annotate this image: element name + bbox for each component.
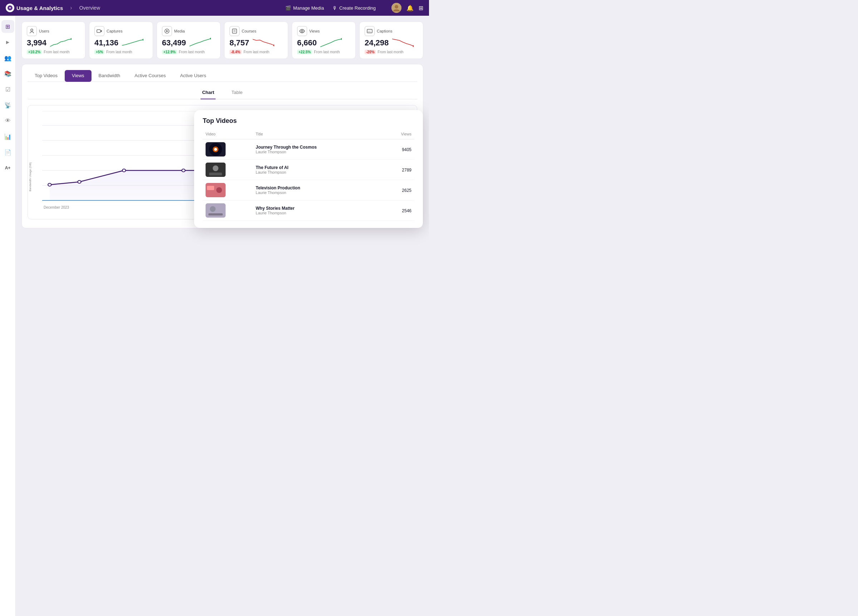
courses-sparkline (253, 37, 274, 48)
video-thumb-2 (205, 163, 225, 177)
captions-from: From last month (378, 50, 403, 54)
tab-top-videos[interactable]: Top Videos (28, 70, 65, 82)
notifications-icon[interactable]: 🔔 (406, 5, 413, 11)
svg-point-47 (213, 165, 218, 171)
svg-point-53 (210, 206, 216, 212)
stat-card-captions: CC Captions 24,298 -20% From last month (359, 22, 423, 59)
sidebar-item-grades[interactable]: A+ (2, 161, 14, 174)
main-content: Users 3,994 +10.2% From last month (16, 16, 429, 616)
captures-card-label: Captures (107, 29, 123, 33)
sidebar-item-eye[interactable]: 👁 (2, 114, 14, 127)
sub-tab-bar: Chart Table (28, 87, 417, 99)
stat-cards-row: Users 3,994 +10.2% From last month (22, 22, 423, 59)
stat-card-views: Views 6,660 +22.5% From last month (292, 22, 356, 59)
svg-point-2 (395, 5, 398, 9)
svg-rect-48 (209, 172, 222, 175)
sub-tab-chart[interactable]: Chart (201, 87, 216, 99)
top-videos-panel: Top Videos Video Title Views (194, 110, 423, 228)
grades-icon: A+ (5, 165, 11, 171)
video-views-4: 2546 (402, 208, 412, 213)
create-recording-button[interactable]: 🎙 Create Recording (333, 5, 376, 11)
stat-card-captures: Captures 41,136 +5% From last month (89, 22, 153, 59)
col-header-title: Title (253, 130, 383, 140)
tab-views[interactable]: Views (65, 70, 91, 82)
analytics-tab-bar: Top Videos Views Bandwidth Active Course… (28, 70, 417, 82)
captions-card-label: Captions (377, 29, 392, 33)
views-change: +22.5% (297, 50, 312, 54)
video-thumb-3 (205, 183, 225, 197)
video-author-3: Laurie Thompson (256, 191, 380, 195)
stat-card-courses: Courses 8,757 -8.4% From last month (224, 22, 288, 59)
views-card-icon (297, 26, 307, 36)
top-nav: Usage & Analytics › Overview 🎬 Manage Me… (0, 0, 429, 16)
svg-text:CC: CC (368, 30, 371, 33)
sidebar-item-play[interactable]: ▶ (2, 36, 14, 49)
svg-point-32 (48, 183, 51, 186)
captures-change: +5% (94, 50, 104, 54)
tab-bandwidth[interactable]: Bandwidth (92, 70, 127, 82)
sidebar-item-broadcast[interactable]: 📡 (2, 99, 14, 112)
video-thumb-1 (205, 142, 225, 157)
chart-y-label: Bandwidth Usage (GB) (29, 162, 32, 191)
courses-card-icon (230, 26, 239, 36)
nav-breadcrumb: Overview (79, 5, 100, 11)
nav-app-title: Usage & Analytics (16, 5, 63, 11)
user-avatar[interactable] (392, 3, 401, 13)
sub-tab-table[interactable]: Table (230, 87, 244, 99)
captures-card-icon (94, 26, 104, 36)
svg-point-33 (78, 180, 81, 183)
manage-media-button[interactable]: 🎬 Manage Media (285, 5, 324, 11)
library-icon: 📚 (4, 70, 11, 77)
video-author-2: Laurie Thompson (256, 170, 380, 174)
svg-point-45 (214, 148, 217, 151)
analytics-panel: Top Videos Views Bandwidth Active Course… (22, 64, 423, 228)
video-views-3: 2625 (402, 188, 412, 193)
create-recording-label: Create Recording (339, 5, 376, 11)
captions-card-value: 24,298 (365, 39, 389, 47)
stat-card-users: Users 3,994 +10.2% From last month (22, 22, 85, 59)
checklist-icon: ☑ (5, 86, 10, 93)
sidebar-item-chart[interactable]: 📊 (2, 130, 14, 143)
sidebar-item-library[interactable]: 📚 (2, 67, 14, 80)
app-logo[interactable]: Usage & Analytics (6, 3, 63, 12)
manage-media-icon: 🎬 (285, 5, 291, 11)
sidebar-item-users[interactable]: 👥 (2, 51, 14, 64)
svg-point-6 (143, 39, 144, 41)
table-row: Television Production Laurie Thompson 26… (203, 180, 414, 200)
dashboard-icon: ⊞ (5, 23, 10, 30)
svg-point-51 (216, 187, 222, 193)
video-thumb-4 (205, 203, 225, 217)
chart-icon: 📊 (4, 133, 11, 140)
tab-active-courses[interactable]: Active Courses (127, 70, 173, 82)
stat-card-media: Media 63,499 +12.9% From last month (157, 22, 221, 59)
video-author-1: Laurie Thompson (256, 150, 380, 154)
captions-change: -20% (365, 50, 376, 54)
nav-center-actions: 🎬 Manage Media 🎙 Create Recording (285, 5, 376, 11)
video-author-4: Laurie Thompson (256, 211, 380, 215)
nav-separator: › (70, 5, 72, 11)
users-sparkline (50, 37, 72, 48)
grid-icon[interactable]: ⊞ (419, 5, 423, 11)
users-card-value: 3,994 (27, 39, 47, 47)
tab-active-users[interactable]: Active Users (173, 70, 213, 82)
sidebar-item-checklist[interactable]: ☑ (2, 83, 14, 96)
svg-point-4 (71, 38, 72, 40)
users-card-icon (27, 26, 37, 36)
sidebar-item-document[interactable]: 📄 (2, 146, 14, 159)
broadcast-icon: 📡 (4, 102, 11, 109)
captures-from: From last month (106, 50, 132, 54)
captions-card-icon: CC (365, 26, 375, 36)
users-change: +10.2% (27, 50, 42, 54)
media-sparkline (190, 37, 211, 48)
sidebar: ⊞ ▶ 👥 📚 ☑ 📡 👁 📊 📄 A+ (0, 16, 16, 616)
nav-right-actions: 🔔 ⊞ (392, 3, 423, 13)
play-icon: ▶ (6, 40, 9, 45)
sidebar-item-dashboard[interactable]: ⊞ (2, 20, 14, 33)
media-change: +12.9% (162, 50, 177, 54)
svg-rect-10 (232, 29, 237, 33)
svg-point-14 (302, 30, 303, 32)
svg-point-18 (413, 45, 414, 47)
users-icon: 👥 (4, 55, 11, 62)
captures-sparkline (122, 37, 143, 48)
courses-card-label: Courses (242, 29, 256, 33)
